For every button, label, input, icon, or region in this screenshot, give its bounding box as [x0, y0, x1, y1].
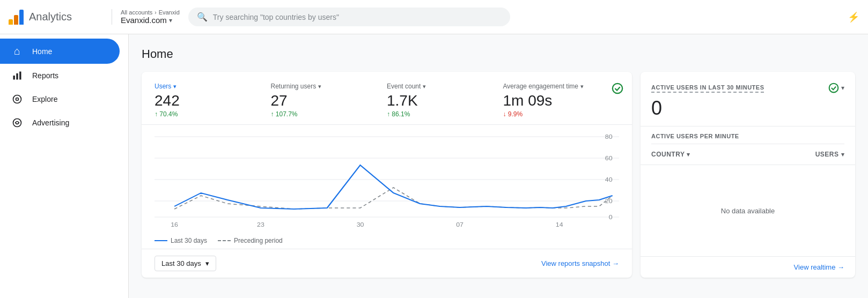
metric-users-label[interactable]: Users ▾ — [155, 83, 262, 90]
main-content: Home Users ▾ 242 ↑ 70.4% — [129, 34, 868, 298]
sidebar-item-reports-label: Reports — [32, 71, 58, 80]
breadcrumb-top: All accounts › Evanxid — [121, 9, 180, 16]
account-name: Evanxid.com — [121, 16, 167, 25]
metric-events-value: 1.7K — [387, 92, 495, 109]
svg-point-3 — [13, 95, 21, 103]
right-panel: ACTIVE USERS IN LAST 30 MINUTES 0 ▾ ACTI… — [641, 72, 855, 278]
returning-dropdown-icon[interactable]: ▾ — [318, 83, 321, 90]
logo-bar-3 — [19, 10, 24, 25]
panel-footer: View realtime → — [641, 256, 855, 278]
content-grid: Users ▾ 242 ↑ 70.4% Returning users ▾ 27 — [142, 72, 855, 278]
breadcrumb-account: Evanxid — [159, 9, 180, 16]
svg-text:Jul: Jul — [455, 227, 464, 228]
account-selector[interactable]: Evanxid.com ▾ — [121, 16, 180, 25]
search-bar[interactable]: 🔍 Try searching "top countries by users" — [188, 8, 510, 26]
svg-rect-0 — [13, 76, 15, 80]
legend-line-dashed — [218, 240, 231, 241]
panel-check-dropdown[interactable]: ▾ — [841, 84, 844, 92]
logo-bar-2 — [14, 15, 18, 25]
sidebar: ⌂ Home Reports Explore Advertising — [0, 34, 129, 298]
panel-check-icon[interactable]: ▾ — [828, 83, 844, 93]
panel-active-users-value: 0 — [651, 97, 828, 120]
users-label-text: USERS — [815, 151, 839, 158]
metric-returning-change: ↑ 107.7% — [271, 110, 379, 118]
metric-returning-value: 27 — [271, 92, 379, 109]
events-dropdown-icon[interactable]: ▾ — [423, 83, 426, 90]
search-placeholder: Try searching "top countries by users" — [213, 13, 339, 21]
sidebar-item-explore-label: Explore — [32, 95, 57, 103]
logo-area: Analytics — [9, 10, 94, 25]
svg-point-24 — [829, 84, 838, 93]
metric-engagement-change: ↓ 9.9% — [503, 110, 611, 118]
legend-line-solid — [155, 240, 167, 241]
panel-subtitle: ACTIVE USERS PER MINUTE — [641, 126, 855, 144]
svg-text:0: 0 — [609, 214, 613, 220]
metric-engagement-label[interactable]: Average engagement time ▾ — [503, 83, 611, 90]
users-dropdown-icon[interactable]: ▾ — [173, 83, 176, 90]
analytics-logo-icon — [9, 10, 24, 25]
advertising-icon — [11, 117, 24, 128]
metrics-row: Users ▾ 242 ↑ 70.4% Returning users ▾ 27 — [142, 72, 632, 125]
breadcrumb-arrow: › — [155, 10, 156, 16]
svg-text:40: 40 — [605, 177, 613, 183]
date-filter-label: Last 30 days — [161, 259, 201, 267]
legend-preceding: Preceding period — [218, 237, 283, 244]
users-col-label[interactable]: USERS ▾ — [815, 151, 844, 158]
sidebar-item-explore[interactable]: Explore — [0, 87, 120, 111]
panel-title: ACTIVE USERS IN LAST 30 MINUTES — [651, 84, 764, 93]
svg-text:80: 80 — [605, 134, 613, 140]
panel-table-header: COUNTRY ▾ USERS ▾ — [641, 144, 855, 165]
view-realtime-text: View realtime → — [794, 263, 844, 271]
app-header: Analytics All accounts › Evanxid Evanxid… — [0, 0, 868, 34]
metric-events: Event count ▾ 1.7K ↑ 86.1% — [387, 83, 503, 118]
svg-point-6 — [613, 84, 622, 93]
account-dropdown-arrow: ▾ — [169, 17, 172, 24]
all-accounts-link[interactable]: All accounts — [121, 9, 152, 16]
country-label-text: COUNTRY — [651, 151, 685, 158]
logo-bar-1 — [9, 19, 13, 25]
sidebar-item-home[interactable]: ⌂ Home — [0, 39, 120, 64]
svg-text:60: 60 — [605, 155, 613, 161]
chart-legend: Last 30 days Preceding period — [142, 237, 632, 249]
chart-area: 80 60 40 20 0 16 Jun 23 30 07 Jul 14 — [142, 125, 632, 237]
engagement-dropdown-icon[interactable]: ▾ — [580, 83, 584, 90]
svg-point-4 — [16, 98, 19, 101]
legend-preceding-label: Preceding period — [234, 237, 283, 244]
date-filter-dropdown[interactable]: Last 30 days ▾ — [155, 256, 216, 271]
country-dropdown-icon[interactable]: ▾ — [687, 151, 690, 158]
metric-events-label[interactable]: Event count ▾ — [387, 83, 495, 90]
sidebar-item-advertising-label: Advertising — [32, 118, 69, 127]
metric-returning-label[interactable]: Returning users ▾ — [271, 83, 379, 90]
explore-icon — [11, 94, 24, 105]
chart-card: Users ▾ 242 ↑ 70.4% Returning users ▾ 27 — [142, 72, 632, 278]
svg-rect-1 — [16, 73, 18, 80]
metric-events-change: ↑ 86.1% — [387, 110, 495, 118]
svg-point-5 — [13, 119, 21, 127]
legend-last30: Last 30 days — [155, 237, 207, 244]
svg-text:Jun: Jun — [169, 227, 180, 228]
search-icon: 🔍 — [197, 12, 208, 22]
panel-header: ACTIVE USERS IN LAST 30 MINUTES 0 ▾ — [641, 72, 855, 126]
sidebar-item-reports[interactable]: Reports — [0, 64, 120, 87]
sidebar-item-advertising[interactable]: Advertising — [0, 111, 120, 135]
metric-users: Users ▾ 242 ↑ 70.4% — [155, 83, 271, 118]
view-reports-text: View reports snapshot → — [541, 259, 619, 267]
users-dropdown-icon[interactable]: ▾ — [841, 151, 845, 158]
view-reports-link[interactable]: View reports snapshot → — [541, 259, 619, 267]
metric-users-change: ↑ 70.4% — [155, 110, 262, 118]
spark-icon[interactable]: ⚡ — [848, 11, 859, 23]
account-breadcrumb: All accounts › Evanxid Evanxid.com ▾ — [112, 9, 180, 25]
chart-footer: Last 30 days ▾ View reports snapshot → — [142, 249, 632, 278]
panel-title-section: ACTIVE USERS IN LAST 30 MINUTES 0 — [651, 83, 828, 120]
sidebar-item-home-label: Home — [32, 47, 52, 56]
svg-text:30: 30 — [357, 222, 364, 228]
metric-users-value: 242 — [155, 92, 262, 109]
metric-returning: Returning users ▾ 27 ↑ 107.7% — [271, 83, 387, 118]
view-realtime-link[interactable]: View realtime → — [651, 263, 844, 271]
app-body: ⌂ Home Reports Explore Advertising Home — [0, 34, 868, 298]
country-col-label[interactable]: COUNTRY ▾ — [651, 151, 690, 158]
home-icon: ⌂ — [11, 45, 24, 57]
metric-engagement-value: 1m 09s — [503, 92, 611, 109]
header-right: ⚡ — [848, 11, 859, 23]
no-data-message: No data available — [641, 165, 855, 256]
